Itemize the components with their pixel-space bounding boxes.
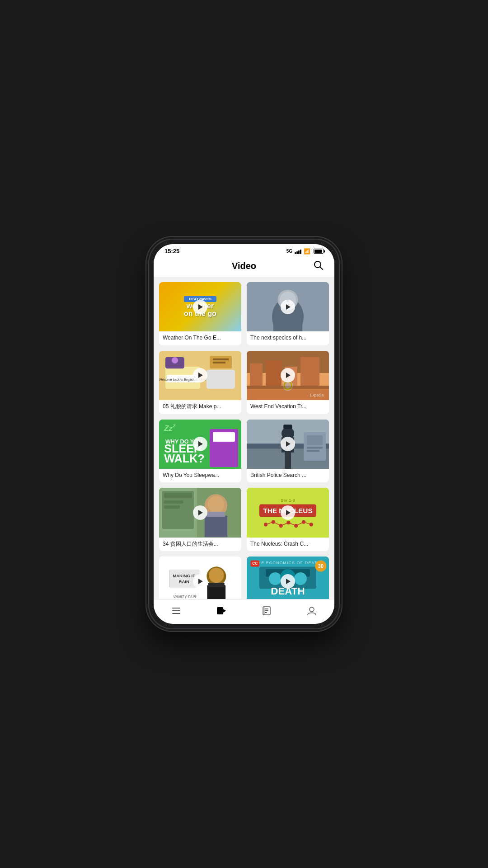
video-card-weather[interactable]: HEATWAVES weatheron the go Weather On Th… xyxy=(159,282,241,345)
svg-text:Ser 1-8: Ser 1-8 xyxy=(281,498,296,503)
signal-text: 5G xyxy=(286,249,292,254)
video-card-police[interactable]: British Police Search ... xyxy=(247,420,329,483)
svg-rect-47 xyxy=(307,450,319,452)
video-title-sleep: Why Do You Sleepwa... xyxy=(159,469,241,483)
svg-text:CC: CC xyxy=(252,561,258,566)
svg-rect-36 xyxy=(213,432,235,442)
video-play-icon xyxy=(216,606,226,616)
play-btn-poor[interactable] xyxy=(193,505,207,520)
svg-rect-22 xyxy=(266,360,282,386)
svg-rect-104 xyxy=(265,612,267,613)
svg-rect-102 xyxy=(265,609,268,609)
play-btn-police[interactable] xyxy=(281,437,295,451)
video-title-english: 05 礼貌的请求 Make p... xyxy=(159,400,241,414)
play-btn-english[interactable] xyxy=(193,368,207,382)
svg-rect-39 xyxy=(285,451,291,469)
wifi-icon: 📶 xyxy=(304,248,310,255)
video-card-nucleus[interactable]: Ser 1-8 THE NUCLEUS xyxy=(247,488,329,551)
status-icons: 5G 📶 xyxy=(286,248,324,255)
play-btn-species[interactable] xyxy=(281,300,295,314)
svg-point-88 xyxy=(269,572,282,585)
video-card-death[interactable]: THE ECONOMICS OF DEATH DEATH 30 C xyxy=(247,557,329,599)
svg-rect-27 xyxy=(247,386,329,389)
nav-dict[interactable] xyxy=(254,604,279,618)
svg-rect-24 xyxy=(300,357,319,386)
video-card-sleep[interactable]: Zz z WHY DO YOU SLEEP WALK? Why Do You S xyxy=(159,420,241,483)
svg-text:Expedia: Expedia xyxy=(310,393,324,397)
svg-text:WALK?: WALK? xyxy=(164,452,205,465)
svg-rect-103 xyxy=(265,610,268,611)
search-button[interactable] xyxy=(312,259,325,274)
svg-rect-5 xyxy=(273,315,302,331)
video-card-poor[interactable]: 34 贫困人口的生活会... xyxy=(159,488,241,551)
svg-rect-12 xyxy=(206,370,235,389)
svg-rect-52 xyxy=(164,500,183,504)
status-time: 15:25 xyxy=(164,248,179,255)
play-btn-nucleus[interactable] xyxy=(281,505,295,520)
svg-rect-53 xyxy=(164,506,180,509)
thumbnail-rain: MAKING IT RAIN VANITY FAIR xyxy=(159,557,241,599)
svg-rect-96 xyxy=(172,608,180,609)
profile-icon xyxy=(307,606,317,616)
list-icon xyxy=(171,606,181,616)
svg-point-81 xyxy=(209,568,224,583)
svg-rect-99 xyxy=(217,607,223,614)
svg-rect-45 xyxy=(307,435,323,445)
svg-marker-100 xyxy=(223,609,226,613)
svg-rect-46 xyxy=(307,447,323,448)
thumbnail-english: Welcome back to English at Work xyxy=(159,351,241,400)
svg-text:30: 30 xyxy=(318,563,324,569)
thumbnail-nucleus: Ser 1-8 THE NUCLEUS xyxy=(247,488,329,537)
thumbnail-poor xyxy=(159,488,241,537)
svg-rect-42 xyxy=(283,425,292,429)
svg-rect-97 xyxy=(172,610,180,611)
app-header: Video xyxy=(154,256,334,277)
play-btn-death[interactable] xyxy=(281,574,295,589)
svg-text:Zz: Zz xyxy=(164,424,173,433)
video-title-weather: Weather On The Go E... xyxy=(159,331,241,345)
svg-rect-105 xyxy=(263,607,265,615)
video-card-species[interactable]: ● The next species of h... xyxy=(247,282,329,345)
svg-rect-17 xyxy=(213,362,225,363)
thumbnail-police xyxy=(247,420,329,469)
svg-point-14 xyxy=(172,357,178,363)
search-icon xyxy=(314,260,324,270)
nav-video[interactable] xyxy=(209,604,234,618)
app-title: Video xyxy=(232,261,256,271)
battery-fill xyxy=(314,250,322,253)
thumbnail-weather: HEATWAVES weatheron the go xyxy=(159,282,241,331)
video-title-poor: 34 贫困人口的生活会... xyxy=(159,538,241,552)
svg-rect-55 xyxy=(205,516,227,538)
svg-rect-57 xyxy=(207,512,225,517)
video-card-english[interactable]: Welcome back to English at Work 05 礼 xyxy=(159,351,241,414)
svg-text:VANITY FAIR: VANITY FAIR xyxy=(173,594,196,599)
bottom-nav xyxy=(154,599,334,624)
video-title-westend: West End Vacation Tr... xyxy=(247,400,329,414)
status-bar: 15:25 5G 📶 xyxy=(154,244,334,256)
content-area: HEATWAVES weatheron the go Weather On Th… xyxy=(154,277,334,599)
thumbnail-species: ● xyxy=(247,282,329,331)
play-btn-rain[interactable] xyxy=(193,574,207,589)
play-btn-weather[interactable] xyxy=(193,300,207,314)
thumbnail-sleep: Zz z WHY DO YOU SLEEP WALK? xyxy=(159,420,241,469)
svg-rect-98 xyxy=(172,613,180,614)
dict-icon xyxy=(262,606,272,616)
phone-screen: 15:25 5G 📶 Video xyxy=(154,244,334,624)
video-card-rain[interactable]: MAKING IT RAIN VANITY FAIR NBA Legend xyxy=(159,557,241,599)
svg-rect-82 xyxy=(208,583,225,587)
svg-text:RAIN: RAIN xyxy=(178,579,189,584)
video-title-nucleus: The Nucleus: Crash C... xyxy=(247,538,329,552)
play-btn-sleep[interactable] xyxy=(193,437,207,451)
thumbnail-westend: Expedia xyxy=(247,351,329,400)
nav-list[interactable] xyxy=(164,604,188,618)
video-grid: HEATWAVES weatheron the go Weather On Th… xyxy=(159,282,329,599)
video-card-westend[interactable]: Expedia West End Vacation Tr... xyxy=(247,351,329,414)
play-btn-westend[interactable] xyxy=(281,368,295,382)
svg-rect-21 xyxy=(250,363,263,386)
svg-point-66 xyxy=(294,524,298,528)
svg-rect-16 xyxy=(213,359,229,360)
nav-profile[interactable] xyxy=(300,604,324,618)
video-title-police: British Police Search ... xyxy=(247,469,329,483)
svg-text:MAKING IT: MAKING IT xyxy=(173,573,195,578)
thumbnail-death: THE ECONOMICS OF DEATH DEATH 30 C xyxy=(247,557,329,599)
